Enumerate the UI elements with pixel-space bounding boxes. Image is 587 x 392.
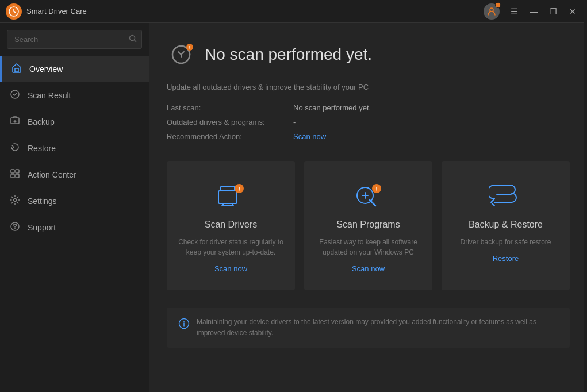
info-banner-icon [178,318,190,332]
recommended-row: Recommended Action: Scan now [167,129,570,144]
main-layout: Overview Scan Result Backup [0,23,587,392]
sidebar-item-settings-label: Settings [28,197,57,206]
svg-point-10 [14,199,17,202]
search-box[interactable] [7,30,142,49]
app-title: Smart Driver Care [26,7,484,16]
menu-button[interactable]: ☰ [505,3,523,20]
sidebar-item-scan-result-label: Scan Result [28,91,71,100]
scan-drivers-link[interactable]: Scan now [214,264,247,273]
sidebar-item-overview[interactable]: Overview [0,56,149,82]
sidebar-item-backup[interactable]: Backup [0,109,149,135]
scan-programs-desc: Easiest way to keep all software updated… [316,237,421,258]
scan-programs-icon-area: ! [351,178,386,213]
svg-text:!: ! [189,45,191,51]
info-subtitle: Update all outdated drivers & improve th… [167,83,570,91]
svg-text:!: ! [375,186,378,193]
scan-result-icon [9,89,21,102]
recommended-label: Recommended Action: [167,132,293,141]
info-banner-text: Maintaining your device drivers to the l… [197,317,558,339]
last-scan-value: No scan performed yet. [293,103,371,112]
sidebar-item-action-center-label: Action Center [28,170,76,179]
outdated-label: Outdated drivers & programs: [167,118,293,126]
backup-restore-icon-area [489,178,523,213]
backup-restore-title: Backup & Restore [469,220,543,230]
header-section: ! No scan performed yet. [167,40,570,69]
outdated-value: - [293,118,296,126]
scan-status-icon: ! [167,40,195,69]
scan-drivers-title: Scan Drivers [205,220,258,230]
scan-drivers-card: ! Scan Drivers Check for driver status r… [167,161,295,290]
sidebar-item-restore-label: Restore [28,144,56,153]
svg-rect-6 [11,170,14,173]
content-area: ! No scan performed yet. Update all outd… [149,23,587,392]
svg-rect-15 [218,191,237,203]
svg-rect-9 [16,174,19,178]
scan-programs-link[interactable]: Scan now [352,264,385,273]
info-banner: Maintaining your device drivers to the l… [167,308,570,348]
svg-rect-3 [15,68,18,72]
sidebar-item-support-label: Support [28,223,56,232]
restore-icon [9,142,21,155]
info-table: Update all outdated drivers & improve th… [167,83,570,144]
backup-restore-link[interactable]: Restore [493,254,519,263]
scan-programs-title: Scan Programs [336,220,400,230]
backup-icon [9,116,21,128]
svg-rect-7 [16,170,19,173]
sidebar-item-scan-result[interactable]: Scan Result [0,82,149,109]
svg-point-12 [14,228,16,229]
action-center-icon [9,168,21,181]
sidebar-item-restore[interactable]: Restore [0,135,149,162]
window-controls: ☰ — ❐ ✕ [484,3,581,20]
sidebar: Overview Scan Result Backup [0,23,149,392]
outdated-row: Outdated drivers & programs: - [167,115,570,129]
last-scan-label: Last scan: [167,103,293,112]
home-icon [11,63,22,75]
sidebar-item-action-center[interactable]: Action Center [0,162,149,188]
svg-point-22 [183,321,185,322]
scan-drivers-desc: Check for driver status regularly to kee… [178,237,283,258]
user-icon[interactable] [484,3,500,20]
sidebar-item-settings[interactable]: Settings [0,188,149,214]
page-title: No scan performed yet. [205,45,372,64]
cards-row: ! Scan Drivers Check for driver status r… [167,161,570,290]
support-icon [9,221,21,234]
last-scan-row: Last scan: No scan performed yet. [167,101,570,115]
title-bar: Smart Driver Care ☰ — ❐ ✕ [0,0,587,23]
svg-text:!: ! [238,186,240,193]
maximize-button[interactable]: ❐ [544,3,562,20]
backup-restore-card: Backup & Restore Driver backup for safe … [442,161,570,290]
svg-point-1 [490,8,493,11]
search-icon [129,34,137,44]
sidebar-item-overview-label: Overview [29,64,63,74]
settings-icon [9,195,21,207]
minimize-button[interactable]: — [525,3,542,20]
svg-rect-8 [11,174,14,178]
app-logo [6,3,22,20]
search-input[interactable] [12,30,129,48]
backup-restore-desc: Driver backup for safe restore [460,237,551,247]
sidebar-item-backup-label: Backup [28,117,55,126]
scan-drivers-icon-area: ! [214,178,248,213]
sidebar-item-support[interactable]: Support [0,214,149,241]
close-button[interactable]: ✕ [564,3,581,20]
scan-programs-card: ! Scan Programs Easiest way to keep all … [304,161,432,290]
recommended-scan-now-link[interactable]: Scan now [293,132,326,141]
